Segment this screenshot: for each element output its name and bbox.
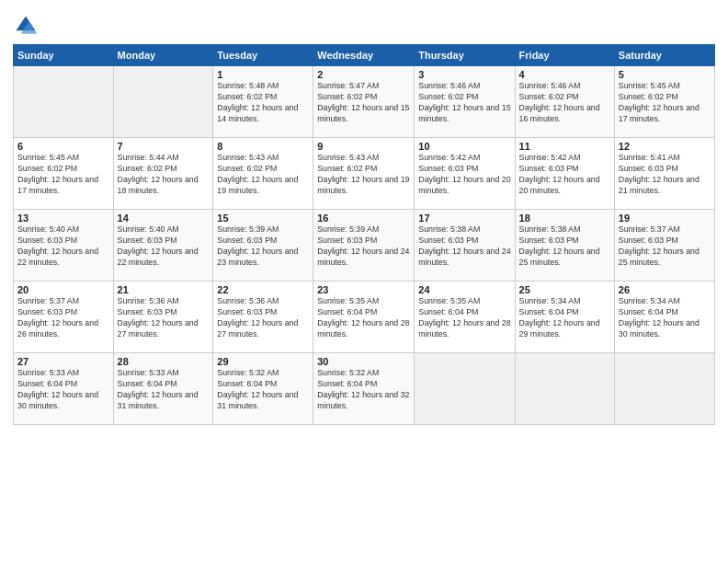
logo-icon xyxy=(13,13,39,39)
calendar-cell xyxy=(14,66,114,138)
day-info: Sunrise: 5:38 AM Sunset: 6:03 PM Dayligh… xyxy=(418,224,510,269)
day-number: 23 xyxy=(317,284,410,295)
week-row-1: 6Sunrise: 5:45 AM Sunset: 6:02 PM Daylig… xyxy=(14,138,715,210)
weekday-header-sunday: Sunday xyxy=(14,45,114,66)
day-info: Sunrise: 5:33 AM Sunset: 6:04 PM Dayligh… xyxy=(17,368,109,412)
calendar: SundayMondayTuesdayWednesdayThursdayFrid… xyxy=(13,44,715,425)
logo xyxy=(13,13,42,39)
calendar-cell: 2Sunrise: 5:47 AM Sunset: 6:02 PM Daylig… xyxy=(313,66,415,138)
day-number: 24 xyxy=(418,284,510,295)
day-number: 22 xyxy=(217,284,309,295)
page: SundayMondayTuesdayWednesdayThursdayFrid… xyxy=(0,0,728,563)
calendar-cell: 16Sunrise: 5:39 AM Sunset: 6:03 PM Dayli… xyxy=(313,210,415,282)
day-number: 10 xyxy=(418,141,510,152)
day-number: 13 xyxy=(17,213,109,224)
calendar-cell xyxy=(113,66,213,138)
calendar-cell: 30Sunrise: 5:32 AM Sunset: 6:04 PM Dayli… xyxy=(313,353,415,425)
calendar-cell: 4Sunrise: 5:46 AM Sunset: 6:02 PM Daylig… xyxy=(515,66,614,138)
day-info: Sunrise: 5:40 AM Sunset: 6:03 PM Dayligh… xyxy=(17,224,109,269)
day-info: Sunrise: 5:43 AM Sunset: 6:02 PM Dayligh… xyxy=(317,153,410,197)
day-info: Sunrise: 5:32 AM Sunset: 6:04 PM Dayligh… xyxy=(217,368,309,412)
day-info: Sunrise: 5:37 AM Sunset: 6:03 PM Dayligh… xyxy=(619,224,711,269)
day-info: Sunrise: 5:34 AM Sunset: 6:04 PM Dayligh… xyxy=(619,296,711,340)
calendar-cell: 10Sunrise: 5:42 AM Sunset: 6:03 PM Dayli… xyxy=(415,138,515,210)
calendar-cell: 24Sunrise: 5:35 AM Sunset: 6:04 PM Dayli… xyxy=(415,282,515,353)
day-info: Sunrise: 5:35 AM Sunset: 6:04 PM Dayligh… xyxy=(317,296,410,340)
calendar-cell: 20Sunrise: 5:37 AM Sunset: 6:03 PM Dayli… xyxy=(14,282,114,353)
weekday-header-thursday: Thursday xyxy=(415,45,515,66)
day-info: Sunrise: 5:39 AM Sunset: 6:03 PM Dayligh… xyxy=(317,224,410,269)
day-info: Sunrise: 5:36 AM Sunset: 6:03 PM Dayligh… xyxy=(118,296,210,340)
day-info: Sunrise: 5:41 AM Sunset: 6:03 PM Dayligh… xyxy=(619,153,711,197)
day-info: Sunrise: 5:42 AM Sunset: 6:03 PM Dayligh… xyxy=(519,153,610,197)
calendar-cell: 26Sunrise: 5:34 AM Sunset: 6:04 PM Dayli… xyxy=(614,282,714,353)
day-info: Sunrise: 5:46 AM Sunset: 6:02 PM Dayligh… xyxy=(418,81,510,125)
week-row-4: 27Sunrise: 5:33 AM Sunset: 6:04 PM Dayli… xyxy=(14,353,715,425)
calendar-cell: 9Sunrise: 5:43 AM Sunset: 6:02 PM Daylig… xyxy=(313,138,415,210)
calendar-cell: 19Sunrise: 5:37 AM Sunset: 6:03 PM Dayli… xyxy=(614,210,714,282)
weekday-header-friday: Friday xyxy=(515,45,614,66)
day-info: Sunrise: 5:34 AM Sunset: 6:04 PM Dayligh… xyxy=(519,296,610,340)
day-number: 26 xyxy=(619,284,711,295)
day-number: 9 xyxy=(317,141,410,152)
calendar-cell: 8Sunrise: 5:43 AM Sunset: 6:02 PM Daylig… xyxy=(213,138,313,210)
calendar-cell: 14Sunrise: 5:40 AM Sunset: 6:03 PM Dayli… xyxy=(113,210,213,282)
calendar-cell: 12Sunrise: 5:41 AM Sunset: 6:03 PM Dayli… xyxy=(614,138,714,210)
day-number: 19 xyxy=(619,213,711,224)
day-number: 6 xyxy=(17,141,109,152)
weekday-header-tuesday: Tuesday xyxy=(213,45,313,66)
calendar-cell: 25Sunrise: 5:34 AM Sunset: 6:04 PM Dayli… xyxy=(515,282,614,353)
day-number: 15 xyxy=(217,213,309,224)
calendar-cell: 18Sunrise: 5:38 AM Sunset: 6:03 PM Dayli… xyxy=(515,210,614,282)
calendar-cell: 7Sunrise: 5:44 AM Sunset: 6:02 PM Daylig… xyxy=(113,138,213,210)
day-number: 1 xyxy=(217,69,309,80)
day-info: Sunrise: 5:40 AM Sunset: 6:03 PM Dayligh… xyxy=(118,224,210,269)
calendar-cell: 11Sunrise: 5:42 AM Sunset: 6:03 PM Dayli… xyxy=(515,138,614,210)
day-info: Sunrise: 5:48 AM Sunset: 6:02 PM Dayligh… xyxy=(217,81,309,125)
calendar-cell: 22Sunrise: 5:36 AM Sunset: 6:03 PM Dayli… xyxy=(213,282,313,353)
calendar-cell: 5Sunrise: 5:45 AM Sunset: 6:02 PM Daylig… xyxy=(614,66,714,138)
day-info: Sunrise: 5:38 AM Sunset: 6:03 PM Dayligh… xyxy=(519,224,610,269)
day-number: 16 xyxy=(317,213,410,224)
day-number: 18 xyxy=(519,213,610,224)
day-number: 4 xyxy=(519,69,610,80)
week-row-0: 1Sunrise: 5:48 AM Sunset: 6:02 PM Daylig… xyxy=(14,66,715,138)
day-number: 14 xyxy=(118,213,210,224)
day-number: 29 xyxy=(217,356,309,367)
weekday-header-wednesday: Wednesday xyxy=(313,45,415,66)
day-info: Sunrise: 5:32 AM Sunset: 6:04 PM Dayligh… xyxy=(317,368,410,412)
calendar-cell: 27Sunrise: 5:33 AM Sunset: 6:04 PM Dayli… xyxy=(14,353,114,425)
day-number: 12 xyxy=(619,141,711,152)
day-number: 2 xyxy=(317,69,410,80)
day-info: Sunrise: 5:42 AM Sunset: 6:03 PM Dayligh… xyxy=(418,153,510,197)
calendar-cell: 1Sunrise: 5:48 AM Sunset: 6:02 PM Daylig… xyxy=(213,66,313,138)
calendar-cell xyxy=(614,353,714,425)
week-row-3: 20Sunrise: 5:37 AM Sunset: 6:03 PM Dayli… xyxy=(14,282,715,353)
week-row-2: 13Sunrise: 5:40 AM Sunset: 6:03 PM Dayli… xyxy=(14,210,715,282)
day-info: Sunrise: 5:45 AM Sunset: 6:02 PM Dayligh… xyxy=(619,81,711,125)
day-info: Sunrise: 5:36 AM Sunset: 6:03 PM Dayligh… xyxy=(217,296,309,340)
day-number: 7 xyxy=(118,141,210,152)
calendar-cell: 6Sunrise: 5:45 AM Sunset: 6:02 PM Daylig… xyxy=(14,138,114,210)
calendar-cell xyxy=(415,353,515,425)
day-number: 3 xyxy=(418,69,510,80)
weekday-header-row: SundayMondayTuesdayWednesdayThursdayFrid… xyxy=(14,45,715,66)
calendar-cell: 23Sunrise: 5:35 AM Sunset: 6:04 PM Dayli… xyxy=(313,282,415,353)
day-info: Sunrise: 5:33 AM Sunset: 6:04 PM Dayligh… xyxy=(118,368,210,412)
calendar-cell: 21Sunrise: 5:36 AM Sunset: 6:03 PM Dayli… xyxy=(113,282,213,353)
day-number: 11 xyxy=(519,141,610,152)
day-number: 25 xyxy=(519,284,610,295)
day-info: Sunrise: 5:35 AM Sunset: 6:04 PM Dayligh… xyxy=(418,296,510,340)
day-info: Sunrise: 5:43 AM Sunset: 6:02 PM Dayligh… xyxy=(217,153,309,197)
calendar-cell xyxy=(515,353,614,425)
calendar-cell: 29Sunrise: 5:32 AM Sunset: 6:04 PM Dayli… xyxy=(213,353,313,425)
header xyxy=(13,9,715,39)
day-number: 28 xyxy=(118,356,210,367)
day-number: 17 xyxy=(418,213,510,224)
weekday-header-monday: Monday xyxy=(113,45,213,66)
day-info: Sunrise: 5:45 AM Sunset: 6:02 PM Dayligh… xyxy=(17,153,109,197)
day-number: 5 xyxy=(619,69,711,80)
day-info: Sunrise: 5:46 AM Sunset: 6:02 PM Dayligh… xyxy=(519,81,610,125)
day-info: Sunrise: 5:39 AM Sunset: 6:03 PM Dayligh… xyxy=(217,224,309,269)
day-number: 20 xyxy=(17,284,109,295)
